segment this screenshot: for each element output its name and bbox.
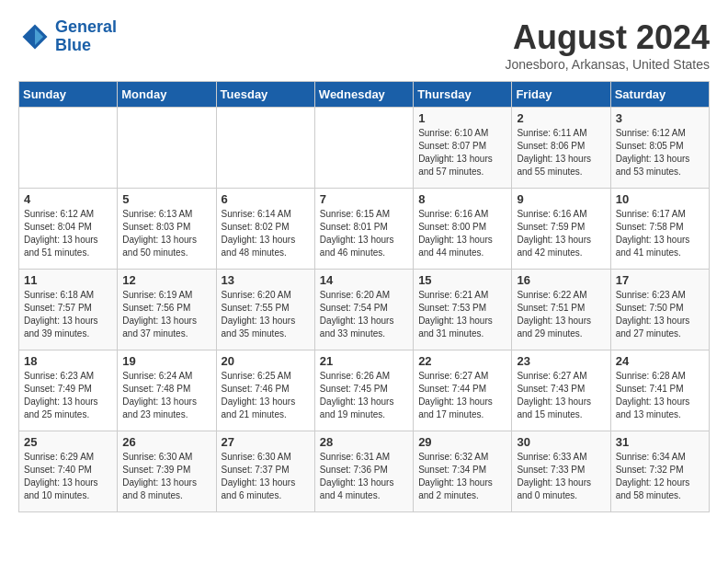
sunset-label: Sunset: 7:39 PM — [122, 465, 190, 475]
sunrise-label: Sunrise: 6:12 AM — [616, 128, 686, 138]
day-info: Sunrise: 6:12 AM Sunset: 8:05 PM Dayligh… — [616, 127, 704, 178]
sunrise-label: Sunrise: 6:20 AM — [320, 290, 390, 300]
day-info: Sunrise: 6:23 AM Sunset: 7:49 PM Dayligh… — [24, 370, 112, 421]
weekday-header: Friday — [512, 82, 610, 108]
day-number: 20 — [222, 354, 310, 368]
daylight-label: Daylight: 13 hours and 19 minutes. — [320, 396, 394, 419]
weekday-header: Thursday — [414, 82, 512, 108]
daylight-label: Daylight: 13 hours and 27 minutes. — [616, 316, 690, 339]
sunset-label: Sunset: 8:01 PM — [320, 222, 388, 232]
daylight-label: Daylight: 13 hours and 37 minutes. — [122, 316, 197, 339]
day-info: Sunrise: 6:24 AM Sunset: 7:48 PM Dayligh… — [122, 370, 210, 421]
day-info: Sunrise: 6:27 AM Sunset: 7:43 PM Dayligh… — [517, 370, 605, 421]
day-number: 8 — [418, 192, 506, 206]
calendar-cell: 18 Sunrise: 6:23 AM Sunset: 7:49 PM Dayl… — [19, 350, 118, 431]
day-number: 2 — [517, 111, 605, 125]
day-info: Sunrise: 6:10 AM Sunset: 8:07 PM Dayligh… — [418, 127, 506, 178]
sunset-label: Sunset: 8:04 PM — [24, 222, 92, 232]
sunrise-label: Sunrise: 6:10 AM — [418, 128, 488, 138]
daylight-label: Daylight: 13 hours and 50 minutes. — [122, 235, 197, 258]
daylight-label: Daylight: 13 hours and 55 minutes. — [517, 154, 591, 177]
day-number: 12 — [122, 273, 210, 287]
sunrise-label: Sunrise: 6:23 AM — [616, 290, 686, 300]
calendar-week-row: 4 Sunrise: 6:12 AM Sunset: 8:04 PM Dayli… — [19, 189, 710, 270]
day-number: 27 — [222, 435, 310, 449]
day-number: 9 — [517, 192, 605, 206]
sunrise-label: Sunrise: 6:25 AM — [222, 371, 291, 381]
day-info: Sunrise: 6:20 AM Sunset: 7:55 PM Dayligh… — [222, 289, 310, 340]
day-info: Sunrise: 6:16 AM Sunset: 7:59 PM Dayligh… — [517, 208, 605, 259]
daylight-label: Daylight: 13 hours and 57 minutes. — [418, 154, 493, 177]
daylight-label: Daylight: 13 hours and 48 minutes. — [222, 235, 296, 258]
daylight-label: Daylight: 13 hours and 51 minutes. — [24, 235, 98, 258]
day-number: 6 — [222, 192, 310, 206]
daylight-label: Daylight: 13 hours and 6 minutes. — [222, 477, 296, 500]
calendar-cell: 13 Sunrise: 6:20 AM Sunset: 7:55 PM Dayl… — [216, 270, 314, 350]
calendar-cell: 6 Sunrise: 6:14 AM Sunset: 8:02 PM Dayli… — [216, 189, 314, 270]
day-info: Sunrise: 6:27 AM Sunset: 7:44 PM Dayligh… — [418, 370, 506, 421]
calendar-week-row: 18 Sunrise: 6:23 AM Sunset: 7:49 PM Dayl… — [19, 350, 710, 431]
calendar-week-row: 11 Sunrise: 6:18 AM Sunset: 7:57 PM Dayl… — [19, 270, 710, 350]
day-number: 3 — [616, 111, 704, 125]
sunset-label: Sunset: 8:05 PM — [616, 141, 684, 151]
calendar-cell: 14 Sunrise: 6:20 AM Sunset: 7:54 PM Dayl… — [314, 270, 413, 350]
logo: General Blue — [18, 18, 117, 55]
calendar-cell: 21 Sunrise: 6:26 AM Sunset: 7:45 PM Dayl… — [314, 350, 413, 431]
day-number: 5 — [122, 192, 210, 206]
day-number: 29 — [418, 435, 506, 449]
daylight-label: Daylight: 13 hours and 4 minutes. — [320, 477, 394, 500]
daylight-label: Daylight: 13 hours and 23 minutes. — [122, 396, 197, 419]
sunset-label: Sunset: 7:56 PM — [122, 303, 190, 313]
calendar-cell — [118, 108, 216, 189]
daylight-label: Daylight: 13 hours and 31 minutes. — [418, 316, 493, 339]
calendar-cell: 28 Sunrise: 6:31 AM Sunset: 7:36 PM Dayl… — [314, 431, 413, 512]
sunrise-label: Sunrise: 6:14 AM — [222, 209, 291, 219]
day-info: Sunrise: 6:31 AM Sunset: 7:36 PM Dayligh… — [320, 451, 408, 502]
calendar-cell: 17 Sunrise: 6:23 AM Sunset: 7:50 PM Dayl… — [610, 270, 709, 350]
day-info: Sunrise: 6:17 AM Sunset: 7:58 PM Dayligh… — [616, 208, 704, 259]
sunrise-label: Sunrise: 6:17 AM — [616, 209, 686, 219]
day-info: Sunrise: 6:30 AM Sunset: 7:39 PM Dayligh… — [122, 451, 210, 502]
day-number: 16 — [517, 273, 605, 287]
daylight-label: Daylight: 13 hours and 17 minutes. — [418, 396, 493, 419]
sunrise-label: Sunrise: 6:12 AM — [24, 209, 94, 219]
daylight-label: Daylight: 12 hours and 58 minutes. — [616, 477, 690, 500]
day-number: 22 — [418, 354, 506, 368]
title-section: August 2024 Jonesboro, Arkansas, United … — [505, 18, 710, 72]
calendar-cell: 24 Sunrise: 6:28 AM Sunset: 7:41 PM Dayl… — [610, 350, 709, 431]
day-info: Sunrise: 6:15 AM Sunset: 8:01 PM Dayligh… — [320, 208, 408, 259]
logo-line2: Blue — [55, 36, 91, 54]
sunset-label: Sunset: 7:55 PM — [222, 303, 290, 313]
daylight-label: Daylight: 13 hours and 42 minutes. — [517, 235, 591, 258]
day-number: 23 — [517, 354, 605, 368]
sunset-label: Sunset: 7:44 PM — [418, 384, 486, 394]
weekday-header: Monday — [118, 82, 216, 108]
day-info: Sunrise: 6:12 AM Sunset: 8:04 PM Dayligh… — [24, 208, 112, 259]
daylight-label: Daylight: 13 hours and 8 minutes. — [122, 477, 197, 500]
sunset-label: Sunset: 7:46 PM — [222, 384, 290, 394]
month-year: August 2024 — [505, 18, 710, 57]
daylight-label: Daylight: 13 hours and 13 minutes. — [616, 396, 690, 419]
daylight-label: Daylight: 13 hours and 15 minutes. — [517, 396, 591, 419]
sunset-label: Sunset: 7:40 PM — [24, 465, 92, 475]
calendar-table: SundayMondayTuesdayWednesdayThursdayFrid… — [18, 81, 710, 512]
sunset-label: Sunset: 7:45 PM — [320, 384, 388, 394]
day-number: 19 — [122, 354, 210, 368]
sunrise-label: Sunrise: 6:28 AM — [616, 371, 686, 381]
location: Jonesboro, Arkansas, United States — [505, 57, 710, 72]
calendar-cell: 15 Sunrise: 6:21 AM Sunset: 7:53 PM Dayl… — [414, 270, 512, 350]
day-info: Sunrise: 6:13 AM Sunset: 8:03 PM Dayligh… — [122, 208, 210, 259]
calendar-week-row: 25 Sunrise: 6:29 AM Sunset: 7:40 PM Dayl… — [19, 431, 710, 512]
sunset-label: Sunset: 7:58 PM — [616, 222, 684, 232]
calendar-cell: 27 Sunrise: 6:30 AM Sunset: 7:37 PM Dayl… — [216, 431, 314, 512]
day-number: 25 — [24, 435, 112, 449]
sunrise-label: Sunrise: 6:23 AM — [24, 371, 94, 381]
day-number: 1 — [418, 111, 506, 125]
sunset-label: Sunset: 7:33 PM — [517, 465, 585, 475]
sunset-label: Sunset: 7:36 PM — [320, 465, 388, 475]
day-number: 7 — [320, 192, 408, 206]
day-info: Sunrise: 6:32 AM Sunset: 7:34 PM Dayligh… — [418, 451, 506, 502]
calendar-week-row: 1 Sunrise: 6:10 AM Sunset: 8:07 PM Dayli… — [19, 108, 710, 189]
sunset-label: Sunset: 8:03 PM — [122, 222, 190, 232]
logo-line1: General — [55, 17, 117, 36]
